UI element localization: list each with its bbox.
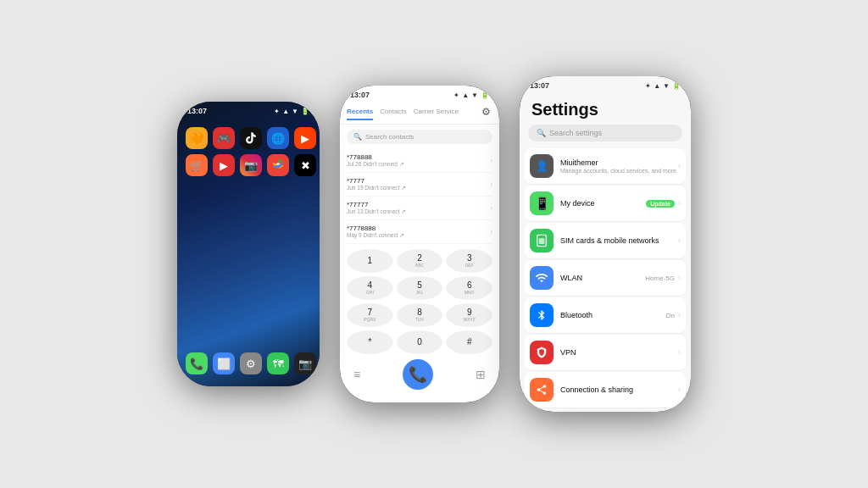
settings-search-bar[interactable]: 🔍 Search settings [528,125,682,141]
chevron-icon: › [678,236,681,245]
dial-key-3[interactable]: 3DEF [446,249,492,273]
dial-key-9[interactable]: 9WXYZ [446,303,492,327]
dialer-gear-icon[interactable]: ⚙ [481,106,491,118]
connection-title: Connection & sharing [560,385,678,394]
chevron-icon: › [678,348,681,357]
app-icon-chrome[interactable] [267,154,289,176]
app-icon-x[interactable]: ✖ [294,154,316,176]
app-icon-shop[interactable]: 🛒 [186,154,208,176]
chevron-icon-4: › [490,228,492,236]
app-icon-miui[interactable]: 🧡 [186,127,208,149]
call-number-4: *7778888 [347,225,490,232]
wifi-icon: ▼ [663,82,670,90]
chevron-icon-1: › [490,157,492,164]
chevron-icon: › [678,385,681,394]
mydevice-icon: 📱 [530,191,554,215]
search-icon: 🔍 [537,129,546,137]
app-icon-tiktok[interactable] [240,127,262,149]
call-date-3: Jun 13 Didn't connect ↗ [347,208,490,215]
status-bar-home: 13:07 ✦ ▲ ▼ 🔋 [177,102,320,120]
tab-carrier[interactable]: Carrier Service [414,108,459,120]
dial-key-6[interactable]: 6MNO [446,276,492,300]
dock-gallery[interactable]: ⬜ [213,352,235,374]
miuithemer-text: Miuithemer Manage accounts, cloud servic… [560,158,678,174]
settings-item-miuithemer[interactable]: 👤 Miuithemer Manage accounts, cloud serv… [525,148,686,185]
call-item-4[interactable]: *7778888 May 9 Didn't connect ↗ › [347,220,492,244]
settings-item-mydevice[interactable]: 📱 My device Update › [525,186,686,222]
search-placeholder: Search contacts [365,133,414,141]
call-date-4: May 9 Didn't connect ↗ [347,232,490,239]
dock-maps[interactable]: 🗺 [267,352,289,374]
wifi-icon: ▼ [471,92,478,99]
search-placeholder: Search settings [549,129,602,137]
dock-camera[interactable]: 📷 [294,352,316,374]
settings-item-sim[interactable]: SIM cards & mobile networks › [525,223,686,259]
status-icons-dialer: ✦ ▲ ▼ 🔋 [453,92,489,99]
status-time-settings: 13:07 [530,81,549,90]
miuithemer-sub: Manage accounts, cloud services, and mor… [560,168,678,174]
signal-icon: ▲ [654,82,660,90]
settings-screen: 13:07 ✦ ▲ ▼ 🔋 Settings 🔍 Search settings… [520,76,691,412]
dial-key-8[interactable]: 8TUV [397,303,443,327]
call-button[interactable]: 📞 [403,359,433,390]
settings-item-bluetooth[interactable]: Bluetooth On › [525,297,686,334]
app-icon-games[interactable]: 🎮 [213,127,235,149]
dial-key-1[interactable]: 1 [347,249,393,273]
call-info-4: *7778888 May 9 Didn't connect ↗ [347,225,490,239]
app-icon-youtube[interactable]: ▶ [213,154,235,176]
update-badge: Update [646,200,675,208]
bluetooth-title: Bluetooth [560,311,665,319]
sim-title: SIM cards & mobile networks [560,236,678,245]
dial-key-5[interactable]: 5JKL [397,276,443,300]
app-icon-instagram[interactable]: 📷 [240,154,262,176]
dial-key-star[interactable]: * [347,330,393,354]
signal-icon: ▲ [282,108,289,115]
bluetooth-value: On [665,312,675,319]
dial-key-0[interactable]: 0 [397,330,443,354]
chevron-icon: › [678,311,681,319]
dialer-actions: ≡ 📞 ⊞ [340,358,499,391]
app-icon-vlc[interactable]: ▶ [294,127,316,149]
call-list: *778888 Jul 26 Didn't connect ↗ › *7777 … [340,149,499,244]
call-item-1[interactable]: *778888 Jul 26 Didn't connect ↗ › [347,149,492,173]
svg-rect-2 [539,238,545,244]
menu-icon[interactable]: ≡ [353,368,360,381]
tab-recents[interactable]: Recents [347,108,373,120]
phone-dialer: 13:07 ✦ ▲ ▼ 🔋 ⚙ Recents Contacts Carrier… [340,86,499,402]
home-app-grid: 🧡 🎮 🌐 ▶ 🛒 ▶ 📷 ✖ [186,127,311,176]
app-icon-browser[interactable]: 🌐 [267,127,289,149]
contact-search[interactable]: 🔍 Search contacts [347,130,492,144]
dial-key-hash[interactable]: # [446,330,492,354]
chevron-icon: › [678,199,681,208]
dial-key-2[interactable]: 2ABC [397,249,443,273]
dock-settings[interactable]: ⚙ [240,352,262,374]
vpn-text: VPN [560,348,678,357]
phone-settings: 13:07 ✦ ▲ ▼ 🔋 Settings 🔍 Search settings… [520,76,691,412]
call-date-2: Jun 19 Didn't connect ↗ [347,185,490,191]
settings-list: 👤 Miuithemer Manage accounts, cloud serv… [520,148,691,408]
status-time-home: 13:07 [187,107,207,115]
vpn-title: VPN [560,348,678,357]
call-info-3: *77777 Jun 13 Didn't connect ↗ [347,201,490,215]
call-item-2[interactable]: *7777 Jun 19 Didn't connect ↗ › [347,173,492,197]
bluetooth-icon: ✦ [274,108,280,115]
settings-item-wlan[interactable]: WLAN Home-5G › [525,260,686,297]
miuithemer-icon: 👤 [530,154,554,178]
call-item-3[interactable]: *77777 Jun 13 Didn't connect ↗ › [347,197,492,220]
settings-item-vpn[interactable]: VPN › [525,335,686,371]
search-icon: 🔍 [353,133,362,141]
mydevice-title: My device [560,199,646,208]
dial-key-4[interactable]: 4GHI [347,276,393,300]
tab-contacts[interactable]: Contacts [380,108,407,120]
dialpad-icon[interactable]: ⊞ [476,368,486,381]
battery-icon: 🔋 [301,108,309,115]
dialpad: 1 2ABC 3DEF 4GHI 5JKL 6MNO 7PQRS 8TUV 9W… [347,249,492,354]
dock-phone[interactable]: 📞 [186,352,208,374]
chevron-icon-2: › [490,180,492,188]
signal-icon: ▲ [462,92,469,99]
dial-key-7[interactable]: 7PQRS [347,303,393,327]
sim-icon [530,229,554,252]
miuithemer-title: Miuithemer [560,158,678,167]
settings-item-connection[interactable]: Connection & sharing › [525,372,686,408]
connection-icon [530,378,554,402]
